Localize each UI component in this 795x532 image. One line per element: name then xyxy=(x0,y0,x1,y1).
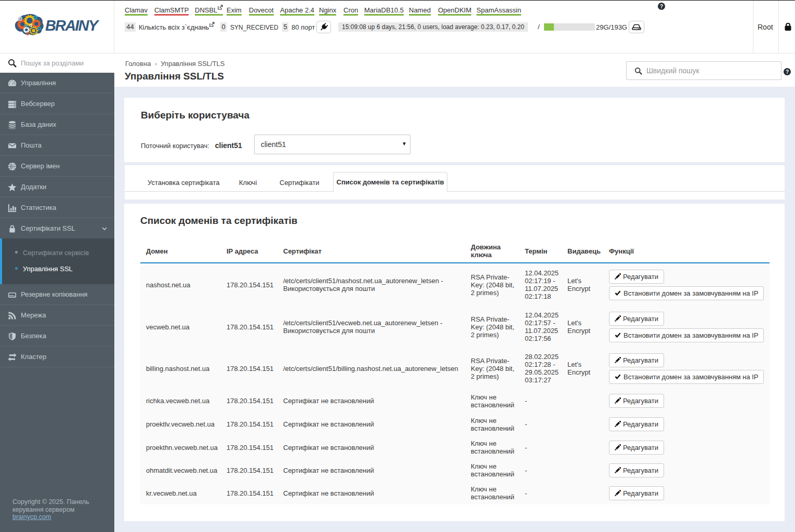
svg-text:?: ? xyxy=(660,4,663,9)
svg-text:?: ? xyxy=(786,69,789,75)
svg-text:BRAINY: BRAINY xyxy=(45,17,100,34)
